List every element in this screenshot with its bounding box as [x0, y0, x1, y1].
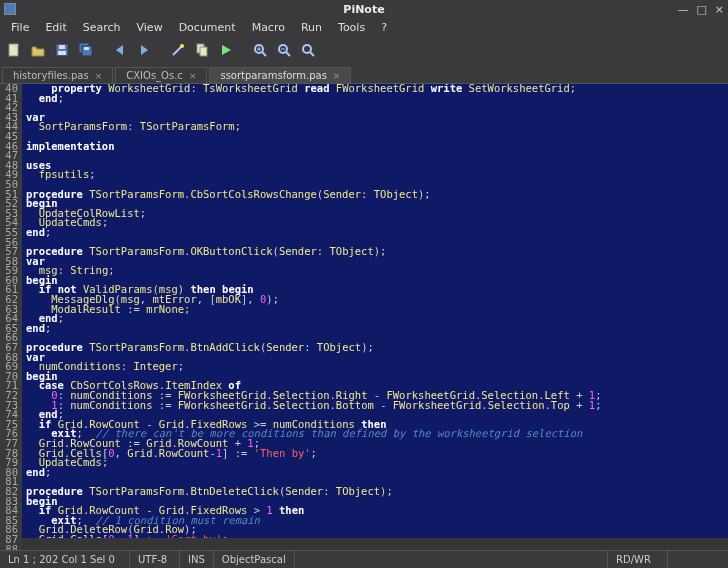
status-empty [668, 551, 728, 568]
arrow-left-icon [112, 42, 128, 58]
menu-macro[interactable]: Macro [245, 20, 292, 35]
tab-close-icon[interactable]: × [95, 71, 103, 81]
tab-label: historyfiles.pas [13, 70, 89, 81]
wand-icon [170, 42, 186, 58]
menu-edit[interactable]: Edit [38, 20, 73, 35]
svg-rect-1 [15, 44, 18, 47]
code-area[interactable]: property WorksheetGrid: TsWorksheetGrid … [22, 84, 601, 550]
save-all-button[interactable] [76, 40, 96, 60]
status-insert-mode: INS [180, 551, 214, 568]
status-position: Ln 1 ; 202 Col 1 Sel 0 [0, 551, 130, 568]
zoom-reset-icon [300, 42, 316, 58]
zoom-out-button[interactable] [274, 40, 294, 60]
menu-document[interactable]: Document [172, 20, 243, 35]
zoom-out-icon [276, 42, 292, 58]
new-file-icon [6, 42, 22, 58]
svg-rect-3 [59, 45, 65, 49]
status-encoding: UTF-8 [130, 551, 180, 568]
new-file-button[interactable] [4, 40, 24, 60]
save-button[interactable] [52, 40, 72, 60]
svg-rect-11 [200, 47, 207, 56]
tab-label: CXIOs_Os.c [126, 70, 183, 81]
status-readwrite: RD/WR [608, 551, 668, 568]
app-icon [4, 3, 16, 15]
back-button[interactable] [110, 40, 130, 60]
open-folder-icon [30, 42, 46, 58]
menu-view[interactable]: View [130, 20, 170, 35]
toolbar [0, 36, 728, 64]
zoom-in-icon [252, 42, 268, 58]
copy-button[interactable] [192, 40, 212, 60]
line-gutter: 4041424344454647484950515253545556575859… [0, 84, 22, 550]
save-icon [54, 42, 70, 58]
tab-cxios[interactable]: CXIOs_Os.c × [115, 67, 207, 83]
menu-run[interactable]: Run [294, 20, 329, 35]
zoom-in-button[interactable] [250, 40, 270, 60]
menubar: File Edit Search View Document Macro Run… [0, 18, 728, 36]
editor-scroll[interactable]: 4041424344454647484950515253545556575859… [0, 84, 728, 550]
svg-line-8 [173, 47, 181, 55]
tab-label: ssortparamsform.pas [220, 70, 326, 81]
command-button[interactable] [168, 40, 188, 60]
horizontal-scrollbar[interactable] [22, 538, 728, 550]
svg-line-13 [262, 52, 266, 56]
arrow-right-icon [136, 42, 152, 58]
forward-button[interactable] [134, 40, 154, 60]
svg-point-9 [180, 44, 184, 48]
titlebar: PiNote — □ × [0, 0, 728, 18]
window-title: PiNote [343, 3, 384, 16]
editor: 4041424344454647484950515253545556575859… [0, 84, 728, 550]
status-spacer [295, 551, 608, 568]
document-tabs: historyfiles.pas × CXIOs_Os.c × ssortpar… [0, 64, 728, 84]
save-all-icon [78, 42, 94, 58]
play-icon [218, 42, 234, 58]
tab-close-icon[interactable]: × [189, 71, 197, 81]
status-language: ObjectPascal [214, 551, 295, 568]
tab-historyfiles[interactable]: historyfiles.pas × [2, 67, 113, 83]
svg-rect-7 [84, 47, 89, 50]
run-button[interactable] [216, 40, 236, 60]
zoom-reset-button[interactable] [298, 40, 318, 60]
menu-help[interactable]: ? [374, 20, 394, 35]
open-file-button[interactable] [28, 40, 48, 60]
menu-tools[interactable]: Tools [331, 20, 372, 35]
maximize-button[interactable]: □ [696, 3, 706, 16]
window-controls: — □ × [677, 3, 724, 16]
copy-icon [194, 42, 210, 58]
svg-point-19 [303, 45, 311, 53]
tab-ssortparamsform[interactable]: ssortparamsform.pas × [209, 67, 351, 83]
tab-close-icon[interactable]: × [333, 71, 341, 81]
svg-line-17 [286, 52, 290, 56]
svg-line-20 [310, 52, 314, 56]
statusbar: Ln 1 ; 202 Col 1 Sel 0 UTF-8 INS ObjectP… [0, 550, 728, 568]
svg-rect-4 [58, 51, 66, 55]
minimize-button[interactable]: — [677, 3, 688, 16]
menu-search[interactable]: Search [76, 20, 128, 35]
menu-file[interactable]: File [4, 20, 36, 35]
close-button[interactable]: × [715, 3, 724, 16]
